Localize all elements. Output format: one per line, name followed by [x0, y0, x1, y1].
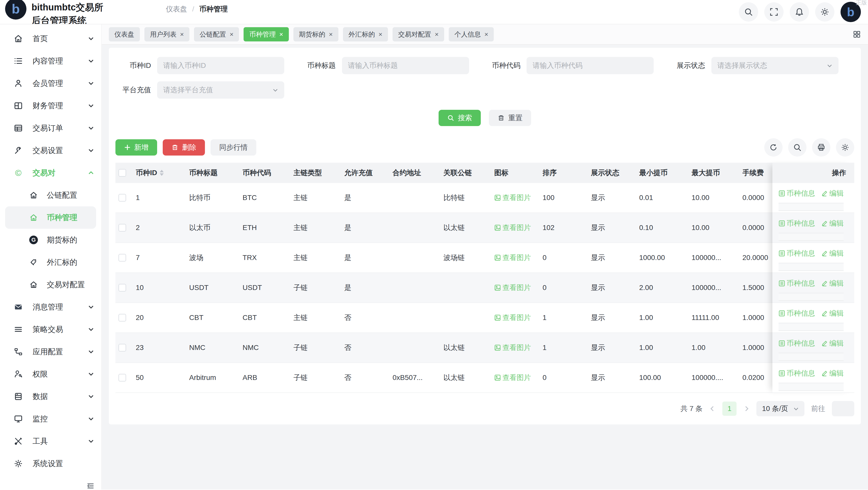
edit-link[interactable]: 编辑 [821, 308, 844, 318]
info-list-icon [778, 280, 785, 287]
header-search-button[interactable] [739, 2, 758, 22]
view-image-link[interactable]: 查看图片 [494, 223, 531, 233]
coin-info-link[interactable]: 币种信息 [778, 368, 815, 378]
sidebar-item-data[interactable]: 数据 [0, 385, 101, 407]
breadcrumb-parent[interactable]: 仪表盘 [166, 4, 187, 14]
operation-extra-divider [778, 263, 844, 271]
search-button[interactable]: 搜索 [439, 110, 481, 126]
sidebar-item-trade-orders[interactable]: 交易订单 [0, 117, 101, 139]
close-icon[interactable]: × [435, 31, 439, 38]
sidebar-collapse-button[interactable] [84, 479, 97, 489]
edit-link[interactable]: 编辑 [821, 219, 844, 228]
coin-info-link[interactable]: 币种信息 [778, 219, 815, 228]
display-status-select[interactable]: 请选择展示状态 [711, 57, 838, 74]
operation-cell: 币种信息 编辑 [772, 333, 854, 363]
home-icon [29, 190, 39, 200]
row-checkbox[interactable] [119, 224, 126, 232]
sidebar-item-coin-management[interactable]: 币种管理 [5, 206, 96, 229]
sidebar-item-forex-targets[interactable]: 外汇标的 [0, 251, 101, 273]
edit-link[interactable]: 编辑 [821, 189, 844, 198]
platform-recharge-select[interactable]: 请选择平台充值 [157, 81, 284, 99]
page-size-select[interactable]: 10 条/页 [756, 401, 804, 416]
prev-page-button[interactable] [709, 405, 716, 412]
view-image-link[interactable]: 查看图片 [494, 373, 531, 383]
sidebar-item-finance-management[interactable]: 财务管理 [0, 95, 101, 117]
tab-layout-button[interactable] [853, 30, 861, 38]
row-checkbox[interactable] [119, 344, 126, 352]
view-image-link[interactable]: 查看图片 [494, 253, 531, 263]
sidebar-item-home[interactable]: 首页 [0, 28, 101, 50]
tab-pair-config[interactable]: 交易对配置× [393, 27, 444, 41]
sync-market-button[interactable]: 同步行情 [211, 139, 256, 156]
coin-info-link[interactable]: 币种信息 [778, 189, 815, 198]
view-image-link[interactable]: 查看图片 [494, 313, 531, 323]
sidebar-item-permissions[interactable]: 权限 [0, 363, 101, 385]
tab-futures-targets[interactable]: 期货标的× [293, 27, 338, 41]
delete-button[interactable]: 删除 [163, 139, 205, 156]
sort-icon[interactable] [160, 170, 164, 176]
sidebar-item-member-management[interactable]: 会员管理 [0, 72, 101, 95]
row-checkbox[interactable] [119, 254, 126, 262]
sidebar-item-monitoring[interactable]: 监控 [0, 407, 101, 430]
sidebar-item-chain-config[interactable]: 公链配置 [0, 184, 101, 206]
edit-link[interactable]: 编辑 [821, 368, 844, 378]
coin-info-link[interactable]: 币种信息 [778, 249, 815, 258]
coin-info-link[interactable]: 币种信息 [778, 338, 815, 348]
sidebar-item-content-management[interactable]: 内容管理 [0, 50, 101, 72]
close-icon[interactable]: × [229, 31, 234, 38]
print-button[interactable] [812, 138, 830, 157]
edit-link[interactable]: 编辑 [821, 249, 844, 258]
image-icon [494, 254, 501, 261]
select-all-checkbox[interactable] [119, 169, 126, 176]
coin-code-input[interactable]: 请输入币种代码 [527, 57, 654, 74]
coin-id-input[interactable]: 请输入币种ID [157, 57, 284, 74]
sidebar-item-app-config[interactable]: 应用配置 [0, 340, 101, 363]
view-image-link[interactable]: 查看图片 [494, 193, 531, 202]
table-search-button[interactable] [788, 138, 806, 157]
table-row: 1 比特币 BTC 主链 是 比特链 查看图片 100 显示 0.01 10.0… [116, 183, 854, 213]
row-checkbox[interactable] [119, 374, 126, 382]
user-key-icon [13, 369, 23, 379]
sidebar-item-system-settings[interactable]: 系统设置 [0, 452, 101, 475]
tab-personal-info[interactable]: 个人信息× [449, 27, 494, 41]
row-checkbox[interactable] [119, 314, 126, 322]
chevron-up-icon [88, 170, 94, 176]
table-row: 7 波场 TRX 主链 是 波场链 查看图片 0 显示 1000.00 1000… [116, 243, 854, 273]
fullscreen-button[interactable] [764, 2, 783, 22]
sidebar-item-message-management[interactable]: 消息管理 [0, 296, 101, 318]
tab-coin-management[interactable]: 币种管理× [244, 27, 288, 41]
sidebar-item-tools[interactable]: 工具 [0, 430, 101, 452]
view-image-link[interactable]: 查看图片 [494, 283, 531, 293]
row-checkbox[interactable] [119, 194, 126, 201]
edit-link[interactable]: 编辑 [821, 338, 844, 348]
reset-button[interactable]: 重置 [489, 110, 531, 126]
goto-page-input[interactable] [832, 401, 854, 416]
view-image-link[interactable]: 查看图片 [494, 343, 531, 353]
close-icon[interactable]: × [329, 31, 333, 38]
refresh-button[interactable] [764, 138, 782, 157]
coin-info-link[interactable]: 币种信息 [778, 308, 815, 318]
column-settings-button[interactable] [836, 138, 854, 157]
notifications-button[interactable] [790, 2, 809, 22]
tab-forex-targets[interactable]: 外汇标的× [343, 27, 388, 41]
close-icon[interactable]: × [279, 31, 283, 38]
coin-info-link[interactable]: 币种信息 [778, 279, 815, 288]
tab-user-list[interactable]: 用户列表× [145, 27, 189, 41]
sidebar-item-strategy-trading[interactable]: 策略交易 [0, 318, 101, 340]
tab-dashboard[interactable]: 仪表盘 [109, 27, 140, 41]
close-icon[interactable]: × [484, 31, 488, 38]
close-icon[interactable]: × [180, 31, 184, 38]
row-checkbox[interactable] [119, 284, 126, 292]
sidebar-item-trading-pairs[interactable]: © 交易对 [0, 162, 101, 184]
page-number-button[interactable]: 1 [722, 401, 737, 416]
sidebar-item-futures-targets[interactable]: G 期货标的 [0, 229, 101, 251]
sidebar-item-pair-config[interactable]: 交易对配置 [0, 273, 101, 296]
close-icon[interactable]: × [379, 31, 382, 38]
tab-chain-config[interactable]: 公链配置× [194, 27, 239, 41]
add-button[interactable]: 新增 [116, 139, 157, 156]
next-page-button[interactable] [743, 405, 750, 412]
settings-button[interactable] [815, 2, 834, 22]
coin-title-input[interactable]: 请输入币种标题 [342, 57, 469, 74]
edit-link[interactable]: 编辑 [821, 279, 844, 288]
sidebar-item-trade-settings[interactable]: 交易设置 [0, 139, 101, 162]
